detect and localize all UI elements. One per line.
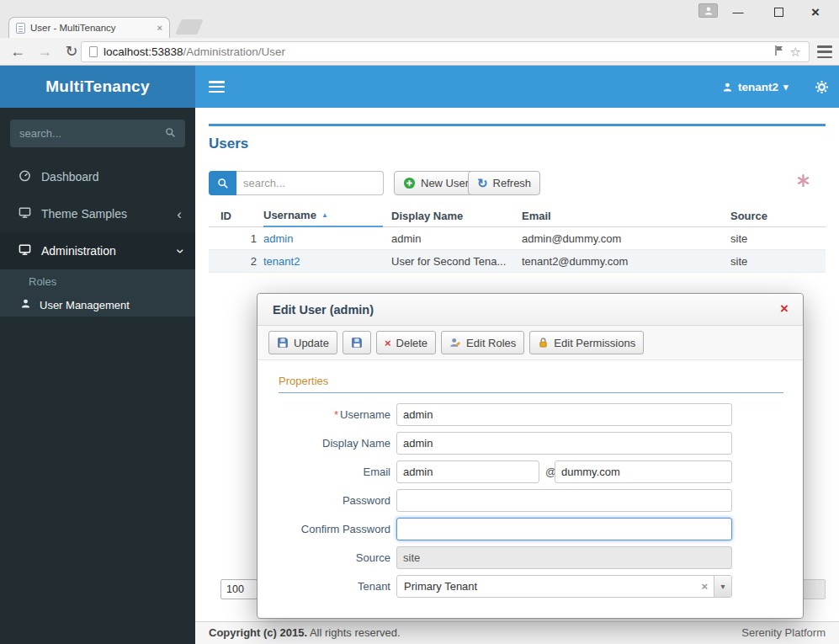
refresh-label: Refresh (493, 177, 532, 189)
tenant-dropdown-button[interactable]: ▾ (714, 576, 731, 597)
maximize-button[interactable] (766, 3, 791, 22)
email-domain-input[interactable] (555, 460, 732, 483)
column-header-source[interactable]: Source (730, 210, 767, 222)
url-host: localhost:53838 (104, 45, 183, 58)
tab-title: User - MultiTenancy (30, 23, 152, 33)
column-header-email[interactable]: Email (522, 210, 551, 222)
delete-button[interactable]: × Delete (376, 331, 436, 354)
edit-permissions-label: Edit Permissions (554, 337, 635, 349)
update-label: Update (294, 337, 329, 349)
field-username: *Username (274, 403, 788, 426)
bookmark-star-icon[interactable]: ☆ (790, 45, 801, 58)
column-header-username[interactable]: Username ▲ (263, 205, 383, 227)
sidebar: Dashboard Theme Samples ‹ Administration… (0, 108, 195, 644)
user-icon (722, 82, 733, 93)
dialog-header[interactable]: Edit User (admin) × (258, 294, 803, 326)
username-input[interactable] (396, 403, 732, 426)
person-icon (704, 6, 714, 16)
page-size-select[interactable]: 100 (220, 579, 258, 599)
app-header: MultiTenancy tenant2 ▾ (0, 66, 839, 108)
tab-close-icon[interactable]: × (157, 23, 162, 33)
new-tab-button[interactable] (175, 19, 203, 35)
dialog-close-icon[interactable]: × (776, 301, 793, 317)
field-tenant: Tenant Primary Tenant × ▾ (274, 575, 788, 598)
caret-down-icon: ▾ (720, 582, 725, 591)
panel-accent-line (209, 124, 826, 126)
address-bar[interactable]: localhost:53838/Administration/User ☆ (81, 41, 810, 62)
sidebar-menu: Dashboard Theme Samples ‹ Administration… (0, 158, 195, 317)
apply-changes-button[interactable] (343, 331, 371, 354)
field-email: Email @ (274, 460, 788, 483)
edit-user-dialog: Edit User (admin) × Update × Delete Edit… (257, 293, 804, 619)
confirm-password-label: Confirm Password (274, 518, 390, 540)
lock-icon (538, 337, 549, 349)
settings-gear-icon[interactable] (804, 66, 838, 108)
section-divider (279, 392, 783, 393)
clear-icon[interactable]: × (701, 576, 708, 597)
search-icon[interactable] (165, 126, 176, 141)
close-button[interactable]: × (803, 3, 828, 22)
user-name: tenant2 (738, 81, 778, 93)
sidebar-search[interactable] (10, 120, 185, 147)
sidebar-item-theme-samples[interactable]: Theme Samples ‹ (0, 195, 195, 232)
user-edit-icon (449, 337, 461, 349)
cell-username-link[interactable]: admin (263, 232, 293, 245)
sidebar-item-user-management[interactable]: User Management (0, 293, 195, 317)
sidebar-item-administration[interactable]: Administration ‹ (0, 232, 195, 269)
update-button[interactable]: Update (268, 331, 337, 354)
edit-permissions-button[interactable]: Edit Permissions (529, 331, 644, 354)
delete-label: Delete (396, 337, 428, 349)
sidebar-toggle-icon[interactable] (209, 81, 225, 93)
dashboard-icon (19, 169, 31, 184)
cell-source: site (730, 255, 747, 268)
refresh-grid-button[interactable]: ↻ Refresh (468, 171, 540, 195)
tenant-select[interactable]: Primary Tenant × ▾ (396, 575, 732, 598)
email-user-input[interactable] (396, 460, 539, 483)
browser-window: User - MultiTenancy × — × ← → ↻ localhos… (0, 0, 839, 644)
confirm-password-input[interactable] (396, 518, 732, 540)
search-icon (217, 178, 229, 189)
tenant-value: Primary Tenant (404, 576, 477, 597)
browser-toolbar: ← → ↻ localhost:53838/Administration/Use… (0, 38, 839, 66)
sidebar-item-roles[interactable]: Roles (0, 269, 195, 293)
grid-options-icon[interactable] (796, 173, 813, 190)
table-row[interactable]: 1 admin admin admin@dummy.com site (209, 227, 826, 250)
field-confirm-password: Confirm Password (274, 518, 788, 540)
cell-id: 1 (209, 232, 257, 245)
cell-username-link[interactable]: tenant2 (263, 255, 300, 268)
table-row[interactable]: 2 tenant2 User for Second Tena... tenant… (209, 250, 826, 273)
sidebar-submenu: Roles User Management (0, 269, 195, 317)
flag-icon[interactable] (774, 45, 784, 60)
cell-source: site (730, 232, 747, 245)
copyright-rest: All rights reserved. (307, 626, 401, 639)
back-button[interactable]: ← (7, 38, 29, 65)
delete-icon: × (385, 338, 391, 349)
cell-display-name: User for Second Tena... (391, 255, 506, 268)
minimize-button[interactable]: — (725, 3, 751, 22)
profile-icon[interactable] (698, 3, 718, 18)
new-user-button[interactable]: New User (394, 171, 478, 195)
browser-tab[interactable]: User - MultiTenancy × (8, 17, 170, 38)
column-header-display-name[interactable]: Display Name (391, 210, 463, 222)
user-menu[interactable]: tenant2 ▾ (722, 66, 789, 108)
grid-search-input[interactable] (236, 171, 384, 195)
platform-text: Serenity Platform (741, 622, 826, 643)
save-icon (351, 337, 363, 349)
edit-roles-button[interactable]: Edit Roles (441, 331, 524, 354)
favicon-icon (16, 23, 25, 34)
grid-search-button[interactable] (209, 171, 236, 195)
properties-section-title: Properties (279, 375, 328, 387)
display-name-input[interactable] (396, 432, 732, 455)
forward-button[interactable]: → (34, 38, 56, 65)
page-size-value: 100 (226, 583, 244, 595)
sidebar-item-dashboard[interactable]: Dashboard (0, 158, 195, 195)
chevron-down-icon: ‹ (173, 248, 187, 253)
sidebar-search-input[interactable] (19, 127, 165, 140)
column-header-id[interactable]: ID (220, 210, 231, 222)
browser-menu-icon[interactable] (817, 45, 832, 58)
url-text: localhost:53838/Administration/User (104, 45, 768, 58)
reload-button[interactable]: ↻ (61, 38, 82, 65)
password-input[interactable] (396, 489, 732, 512)
app-brand[interactable]: MultiTenancy (0, 66, 195, 108)
field-password: Password (274, 489, 788, 512)
